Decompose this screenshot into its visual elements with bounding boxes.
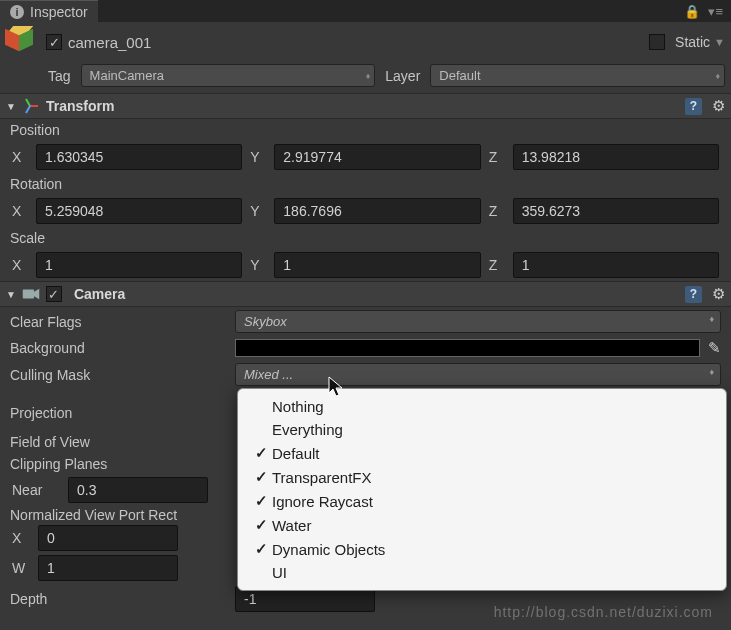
dropdown-arrows-icon: ♦ (715, 71, 718, 81)
foldout-icon[interactable]: ▼ (6, 289, 16, 300)
axis-z-label: Z (489, 149, 505, 165)
position-label: Position (0, 119, 731, 141)
svg-rect-0 (23, 290, 34, 299)
svg-marker-1 (34, 289, 39, 300)
nvpr-x-label: X (12, 530, 28, 546)
axis-z-label: Z (489, 257, 505, 273)
gear-icon[interactable]: ⚙ (712, 285, 725, 303)
static-dropdown-icon[interactable]: ▼ (714, 36, 725, 48)
rotation-label: Rotation (0, 173, 731, 195)
dropdown-arrows-icon: ♦ (709, 314, 714, 324)
position-y-field[interactable]: 2.919774 (274, 144, 480, 170)
culling-mask-option[interactable]: Nothing (238, 395, 726, 418)
culling-mask-option-label: Default (272, 445, 320, 462)
culling-mask-option-label: Dynamic Objects (272, 541, 385, 558)
scale-label: Scale (0, 227, 731, 249)
scale-x-field[interactable]: 1 (36, 252, 242, 278)
clear-flags-label: Clear Flags (10, 314, 235, 330)
culling-mask-option-label: Ignore Raycast (272, 493, 373, 510)
tag-label: Tag (48, 68, 71, 84)
rotation-y-field[interactable]: 186.7696 (274, 198, 480, 224)
layer-dropdown[interactable]: Default ♦ (430, 64, 725, 87)
camera-icon (22, 285, 40, 303)
camera-enabled-checkbox[interactable]: ✓ (46, 286, 62, 302)
near-field[interactable]: 0.3 (68, 477, 208, 503)
position-x-field[interactable]: 1.630345 (36, 144, 242, 170)
culling-mask-option-label: Everything (272, 421, 343, 438)
eyedropper-icon[interactable]: ✎ (708, 339, 721, 357)
help-icon[interactable]: ? (685, 98, 702, 115)
culling-mask-popup: NothingEverything✓Default✓TransparentFX✓… (237, 388, 727, 591)
culling-mask-option[interactable]: ✓Dynamic Objects (238, 537, 726, 561)
check-icon: ✓ (250, 444, 272, 462)
axis-x-label: X (12, 203, 28, 219)
depth-label: Depth (10, 591, 235, 607)
culling-mask-option[interactable]: Everything (238, 418, 726, 441)
axis-y-label: Y (250, 149, 266, 165)
culling-mask-option[interactable]: ✓Water (238, 513, 726, 537)
dropdown-arrows-icon: ♦ (366, 71, 369, 81)
projection-label: Projection (10, 405, 235, 421)
tag-dropdown[interactable]: MainCamera ♦ (81, 64, 376, 87)
foldout-icon[interactable]: ▼ (6, 101, 16, 112)
clear-flags-dropdown[interactable]: Skybox ♦ (235, 310, 721, 333)
culling-mask-option[interactable]: ✓TransparentFX (238, 465, 726, 489)
dropdown-arrows-icon: ♦ (709, 367, 714, 377)
gameobject-name-field[interactable]: camera_001 (68, 34, 649, 51)
check-icon: ✓ (250, 516, 272, 534)
culling-mask-option-label: TransparentFX (272, 469, 372, 486)
culling-mask-value: Mixed ... (244, 367, 293, 382)
axis-y-label: Y (250, 203, 266, 219)
layer-label: Layer (385, 68, 420, 84)
lock-icon[interactable]: 🔒 (684, 4, 700, 19)
tab-menu-icon[interactable]: ▾≡ (708, 4, 723, 19)
background-color-field[interactable] (235, 339, 700, 357)
rotation-z-field[interactable]: 359.6273 (513, 198, 719, 224)
culling-mask-option[interactable]: ✓Default (238, 441, 726, 465)
tab-bar-gap (98, 0, 685, 22)
nvpr-w-label: W (12, 560, 28, 576)
check-icon: ✓ (250, 492, 272, 510)
culling-mask-option[interactable]: ✓Ignore Raycast (238, 489, 726, 513)
static-checkbox[interactable] (649, 34, 665, 50)
near-label: Near (12, 482, 58, 498)
axis-z-label: Z (489, 203, 505, 219)
inspector-tab-label: Inspector (30, 4, 88, 20)
position-z-field[interactable]: 13.98218 (513, 144, 719, 170)
field-of-view-label: Field of View (10, 434, 235, 450)
culling-mask-dropdown[interactable]: Mixed ... ♦ (235, 363, 721, 386)
check-icon: ✓ (250, 468, 272, 486)
help-icon[interactable]: ? (685, 286, 702, 303)
culling-mask-option-label: UI (272, 564, 287, 581)
culling-mask-label: Culling Mask (10, 367, 235, 383)
culling-mask-option-label: Nothing (272, 398, 324, 415)
tag-value: MainCamera (90, 68, 164, 83)
clipping-planes-label: Clipping Planes (10, 456, 235, 472)
transform-title: Transform (46, 98, 114, 114)
background-label: Background (10, 340, 235, 356)
culling-mask-option[interactable]: UI (238, 561, 726, 584)
axis-x-label: X (12, 257, 28, 273)
nvpr-x-field[interactable]: 0 (38, 525, 178, 551)
camera-title: Camera (74, 286, 125, 302)
rotation-x-field[interactable]: 5.259048 (36, 198, 242, 224)
scale-y-field[interactable]: 1 (274, 252, 480, 278)
nvpr-w-field[interactable]: 1 (38, 555, 178, 581)
culling-mask-option-label: Water (272, 517, 311, 534)
inspector-tab[interactable]: i Inspector (0, 0, 98, 22)
transform-axes-icon (22, 97, 40, 115)
check-icon: ✓ (250, 540, 272, 558)
axis-x-label: X (12, 149, 28, 165)
gameobject-enabled-checkbox[interactable]: ✓ (46, 34, 62, 50)
watermark-text: http://blog.csdn.net/duzixi.com (494, 604, 713, 620)
axis-y-label: Y (250, 257, 266, 273)
scale-z-field[interactable]: 1 (513, 252, 719, 278)
layer-value: Default (439, 68, 480, 83)
info-icon: i (10, 5, 24, 19)
static-label: Static (675, 34, 710, 50)
gear-icon[interactable]: ⚙ (712, 97, 725, 115)
gameobject-cube-icon (6, 26, 38, 58)
clear-flags-value: Skybox (244, 314, 287, 329)
